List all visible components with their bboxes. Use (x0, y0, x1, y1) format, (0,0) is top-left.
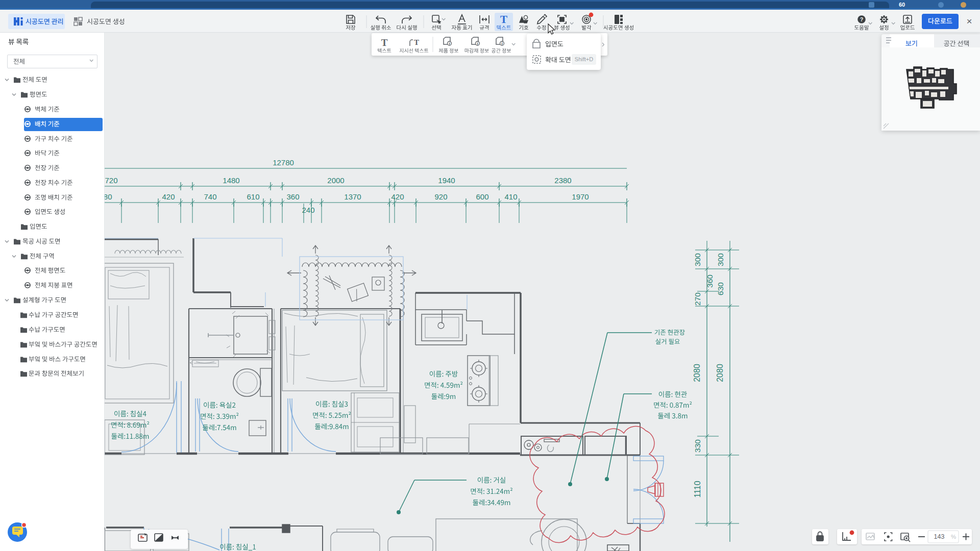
svg-text:143: 143 (934, 533, 945, 540)
svg-text:i: i (501, 41, 502, 46)
svg-text:%: % (951, 534, 956, 540)
svg-text:T: T (414, 38, 419, 46)
svg-text:T: T (500, 13, 507, 26)
svg-text:i: i (477, 41, 478, 46)
svg-text:×: × (966, 16, 972, 27)
svg-text:?: ? (860, 16, 864, 22)
svg-text:Shift+D: Shift+D (575, 56, 593, 62)
svg-text:T: T (381, 37, 388, 48)
svg-text:i: i (449, 41, 450, 46)
